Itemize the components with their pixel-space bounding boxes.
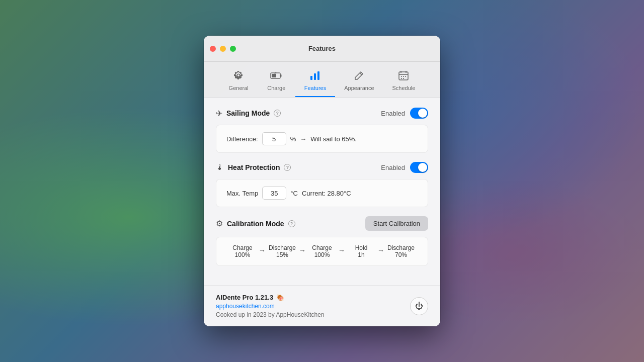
svg-point-16 bbox=[403, 78, 404, 79]
sailing-mode-toggle[interactable] bbox=[410, 108, 428, 119]
app-version: AlDente Pro 1.21.3 🍖 bbox=[216, 294, 325, 301]
window-title: Features bbox=[308, 45, 336, 52]
sailing-mode-title: Sailing Mode bbox=[226, 109, 270, 117]
svg-point-15 bbox=[401, 78, 402, 79]
pen-icon bbox=[354, 70, 365, 83]
difference-label: Difference: bbox=[226, 135, 258, 143]
window-controls bbox=[210, 46, 236, 52]
celsius-label: °C bbox=[290, 190, 298, 197]
heat-protection-title: Heat Protection bbox=[228, 163, 280, 171]
svg-rect-2 bbox=[280, 74, 282, 77]
cal-step-2: Discharge 15% bbox=[269, 244, 296, 258]
current-temp-text: Current: 28.80°C bbox=[302, 190, 351, 197]
max-temp-input[interactable] bbox=[262, 187, 286, 200]
sailing-enabled-label: Enabled bbox=[381, 110, 405, 117]
tabbar: General Charge bbox=[204, 62, 440, 98]
power-button[interactable]: ⏻ bbox=[410, 297, 428, 315]
cal-step-4: Hold 1h bbox=[348, 244, 374, 258]
heat-protection-toggle[interactable] bbox=[410, 162, 428, 173]
calibration-help[interactable]: ? bbox=[288, 220, 295, 227]
calibration-section: ⚙ Calibration Mode ? Start Calibration C… bbox=[216, 216, 428, 266]
heat-protection-header: 🌡 Heat Protection ? Enabled bbox=[216, 162, 428, 173]
sailing-mode-panel: Difference: % → Will sail to 65%. bbox=[216, 125, 428, 153]
svg-point-13 bbox=[403, 76, 404, 77]
sailing-mode-section: ✈ Sailing Mode ? Enabled Difference: % → bbox=[216, 108, 428, 153]
difference-input[interactable] bbox=[262, 132, 286, 145]
tab-charge-label: Charge bbox=[267, 85, 285, 91]
cal-step-1: Charge 100% bbox=[229, 244, 256, 258]
tab-charge[interactable]: Charge bbox=[258, 67, 295, 97]
calibration-title-group: ⚙ Calibration Mode ? bbox=[216, 219, 295, 228]
calendar-icon bbox=[398, 70, 409, 83]
cal-step-3: Charge 100% bbox=[309, 244, 335, 258]
cal-arrow-4: → bbox=[377, 246, 384, 256]
tab-features[interactable]: Features bbox=[295, 67, 335, 97]
sailing-mode-controls: Enabled bbox=[381, 108, 428, 119]
svg-point-14 bbox=[405, 76, 406, 77]
power-icon: ⏻ bbox=[415, 302, 423, 311]
calibration-icon: ⚙ bbox=[216, 219, 223, 228]
chart-icon bbox=[309, 70, 320, 83]
svg-rect-6 bbox=[314, 73, 316, 80]
footer-info: AlDente Pro 1.21.3 🍖 apphousekitchen.com… bbox=[216, 294, 325, 318]
gear-icon bbox=[233, 70, 244, 83]
percent-label: % bbox=[290, 135, 296, 143]
cal-arrow-1: → bbox=[259, 246, 266, 256]
close-button[interactable] bbox=[210, 46, 216, 52]
app-link[interactable]: apphousekitchen.com bbox=[216, 303, 325, 310]
heat-icon: 🌡 bbox=[216, 163, 224, 172]
tab-features-label: Features bbox=[304, 85, 326, 91]
app-tagline: Cooked up in 2023 by AppHouseKitchen bbox=[216, 311, 325, 318]
app-window: Features General bbox=[204, 36, 440, 326]
maximize-button[interactable] bbox=[230, 46, 236, 52]
calibration-flow: Charge 100% → Discharge 15% → Charge 100… bbox=[216, 237, 428, 266]
result-text: Will sail to 65%. bbox=[310, 135, 357, 143]
tab-general[interactable]: General bbox=[220, 67, 258, 97]
sailing-mode-title-group: ✈ Sailing Mode ? bbox=[216, 109, 281, 118]
cal-step-5: Discharge 70% bbox=[387, 244, 415, 258]
cal-arrow-2: → bbox=[299, 246, 306, 256]
calibration-header: ⚙ Calibration Mode ? Start Calibration bbox=[216, 216, 428, 231]
tab-appearance[interactable]: Appearance bbox=[335, 67, 383, 97]
battery-icon bbox=[270, 70, 282, 83]
cal-arrow-3: → bbox=[338, 246, 345, 256]
svg-point-12 bbox=[401, 76, 402, 77]
heat-enabled-label: Enabled bbox=[381, 164, 405, 171]
heat-protection-row: Max. Temp °C Current: 28.80°C bbox=[226, 187, 418, 200]
heat-protection-panel: Max. Temp °C Current: 28.80°C bbox=[216, 179, 428, 207]
sailing-mode-help[interactable]: ? bbox=[274, 110, 281, 117]
content-area: ✈ Sailing Mode ? Enabled Difference: % → bbox=[204, 98, 440, 285]
svg-rect-7 bbox=[317, 71, 319, 80]
tab-schedule-label: Schedule bbox=[392, 85, 416, 91]
tab-appearance-label: Appearance bbox=[344, 85, 374, 91]
titlebar: Features bbox=[204, 36, 440, 62]
footer: AlDente Pro 1.21.3 🍖 apphousekitchen.com… bbox=[204, 285, 440, 326]
app-emoji: 🍖 bbox=[276, 294, 284, 301]
sailing-icon: ✈ bbox=[216, 109, 222, 118]
start-calibration-button[interactable]: Start Calibration bbox=[365, 216, 428, 231]
calibration-title: Calibration Mode bbox=[227, 220, 284, 228]
svg-rect-5 bbox=[310, 76, 312, 80]
heat-protection-title-group: 🌡 Heat Protection ? bbox=[216, 163, 291, 172]
sailing-mode-row: Difference: % → Will sail to 65%. bbox=[226, 132, 418, 145]
heat-protection-section: 🌡 Heat Protection ? Enabled Max. Temp °C… bbox=[216, 162, 428, 207]
minimize-button[interactable] bbox=[220, 46, 226, 52]
tab-general-label: General bbox=[229, 85, 249, 91]
heat-protection-help[interactable]: ? bbox=[284, 164, 291, 171]
heat-protection-controls: Enabled bbox=[381, 162, 428, 173]
arrow-right-icon: → bbox=[300, 135, 306, 143]
max-temp-label: Max. Temp bbox=[226, 190, 258, 197]
sailing-mode-header: ✈ Sailing Mode ? Enabled bbox=[216, 108, 428, 119]
tab-schedule[interactable]: Schedule bbox=[383, 67, 425, 97]
